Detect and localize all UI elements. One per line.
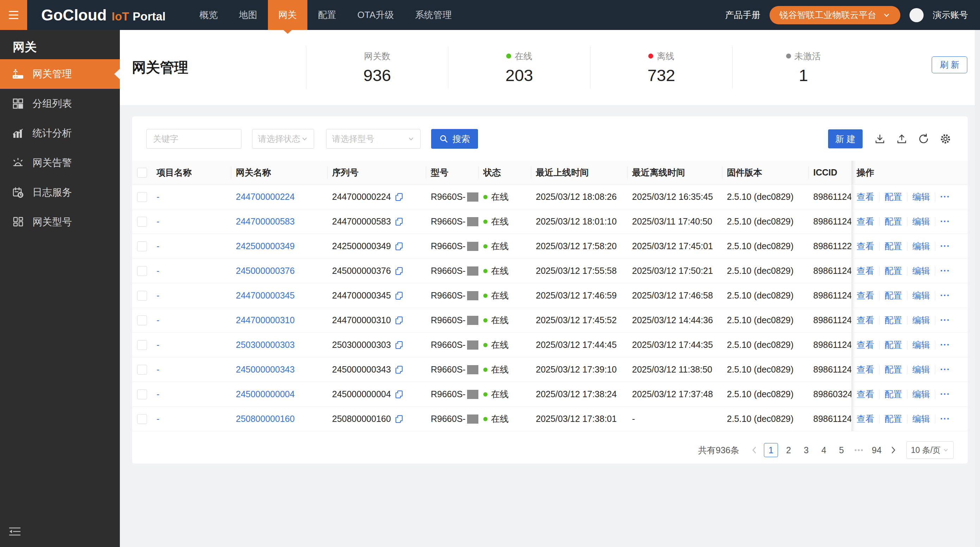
gateway-name-link[interactable]: 244700000310 [236,315,295,325]
upload-icon[interactable] [894,134,910,144]
row-checkbox[interactable] [137,390,147,399]
sidebar-item-网关告警[interactable]: 网关告警 [0,148,120,178]
action-view[interactable]: 查看 [857,339,874,351]
row-checkbox[interactable] [137,192,147,202]
action-config[interactable]: 配置 [885,339,902,351]
action-edit[interactable]: 编辑 [912,388,930,400]
nav-item-概览[interactable]: 概览 [189,0,228,30]
action-more[interactable]: ··· [940,364,950,375]
action-edit[interactable]: 编辑 [912,364,930,375]
page-size-select[interactable]: 10 条/页 [906,441,954,459]
row-checkbox[interactable] [137,414,147,424]
action-view[interactable]: 查看 [857,413,874,425]
page-number-5[interactable]: 5 [834,443,848,457]
action-view[interactable]: 查看 [857,216,874,227]
action-more[interactable]: ··· [940,340,950,350]
nav-item-系统管理[interactable]: 系统管理 [404,0,462,30]
nav-item-配置[interactable]: 配置 [307,0,347,30]
collapse-sidebar-icon[interactable] [9,526,21,538]
action-config[interactable]: 配置 [885,364,902,375]
action-more[interactable]: ··· [940,192,950,202]
gateway-name-link[interactable]: 244700000583 [236,216,295,227]
row-checkbox[interactable] [137,340,147,350]
action-edit[interactable]: 编辑 [912,240,930,252]
gateway-name-link[interactable]: 244700000224 [236,192,295,202]
action-config[interactable]: 配置 [885,290,902,301]
gateway-name-link[interactable]: 244700000345 [236,290,295,301]
action-view[interactable]: 查看 [857,191,874,203]
gateway-name-link[interactable]: 242500000349 [236,241,295,251]
gateway-name-link[interactable]: 245000000343 [236,364,295,375]
gateway-name-link[interactable]: 250800000160 [236,414,295,424]
copy-icon[interactable] [395,415,404,424]
copy-icon[interactable] [395,340,404,350]
copy-icon[interactable] [395,217,404,226]
action-more[interactable]: ··· [940,216,950,227]
action-more[interactable]: ··· [940,290,950,301]
sidebar-item-日志服务[interactable]: 日志服务 [0,178,120,207]
nav-item-网关[interactable]: 网关 [268,0,307,30]
action-edit[interactable]: 编辑 [912,191,930,203]
action-more[interactable]: ··· [940,414,950,424]
action-view[interactable]: 查看 [857,240,874,252]
action-config[interactable]: 配置 [885,191,902,203]
action-config[interactable]: 配置 [885,314,902,326]
platform-selector-button[interactable]: 锐谷智联工业物联云平台 [770,6,900,24]
action-more[interactable]: ··· [940,241,950,251]
copy-icon[interactable] [395,242,404,251]
action-config[interactable]: 配置 [885,216,902,227]
sidebar-item-网关型号[interactable]: 网关型号 [0,207,120,237]
action-config[interactable]: 配置 [885,240,902,252]
download-icon[interactable] [872,134,888,144]
action-edit[interactable]: 编辑 [912,339,930,351]
row-checkbox[interactable] [137,242,147,251]
action-view[interactable]: 查看 [857,388,874,400]
prev-page-button[interactable] [748,443,760,457]
create-button[interactable]: 新 建 [828,129,862,148]
row-checkbox[interactable] [137,365,147,375]
row-checkbox[interactable] [137,266,147,276]
keyword-input[interactable] [146,129,242,149]
action-view[interactable]: 查看 [857,290,874,301]
page-number-4[interactable]: 4 [817,443,831,457]
refresh-icon[interactable] [915,133,932,145]
copy-icon[interactable] [395,266,404,276]
nav-item-地图[interactable]: 地图 [228,0,268,30]
action-edit[interactable]: 编辑 [912,216,930,227]
action-edit[interactable]: 编辑 [912,314,930,326]
sidebar-item-网关管理[interactable]: 网关管理 [0,59,120,89]
action-view[interactable]: 查看 [857,314,874,326]
row-checkbox[interactable] [137,315,147,325]
select-all-checkbox[interactable] [137,168,147,178]
sidebar-item-分组列表[interactable]: 分组列表 [0,89,120,118]
sidebar-item-统计分析[interactable]: 统计分析 [0,118,120,148]
action-edit[interactable]: 编辑 [912,413,930,425]
menu-icon[interactable] [0,0,27,30]
action-more[interactable]: ··· [940,266,950,276]
action-edit[interactable]: 编辑 [912,290,930,301]
action-more[interactable]: ··· [940,315,950,325]
copy-icon[interactable] [395,291,404,300]
gateway-name-link[interactable]: 245000000004 [236,389,295,399]
copy-icon[interactable] [395,316,404,325]
page-number-1[interactable]: 1 [764,443,778,457]
copy-icon[interactable] [395,365,404,374]
gateway-name-link[interactable]: 250300000303 [236,340,295,350]
page-scrollbar[interactable] [975,30,980,547]
action-config[interactable]: 配置 [885,413,902,425]
page-number-3[interactable]: 3 [799,443,813,457]
nav-item-OTA升级[interactable]: OTA升级 [347,0,405,30]
copy-icon[interactable] [395,390,404,399]
avatar[interactable] [910,8,924,22]
page-number-94[interactable]: 94 [870,443,884,457]
settings-icon[interactable] [937,133,954,145]
action-config[interactable]: 配置 [885,265,902,277]
product-manual-link[interactable]: 产品手册 [725,9,760,21]
next-page-button[interactable] [887,443,899,457]
page-number-2[interactable]: 2 [781,443,795,457]
gateway-name-link[interactable]: 245000000376 [236,266,295,276]
status-select[interactable]: 请选择状态 [252,129,314,149]
action-view[interactable]: 查看 [857,265,874,277]
action-view[interactable]: 查看 [857,364,874,375]
refresh-button[interactable]: 刷 新 [932,56,967,73]
